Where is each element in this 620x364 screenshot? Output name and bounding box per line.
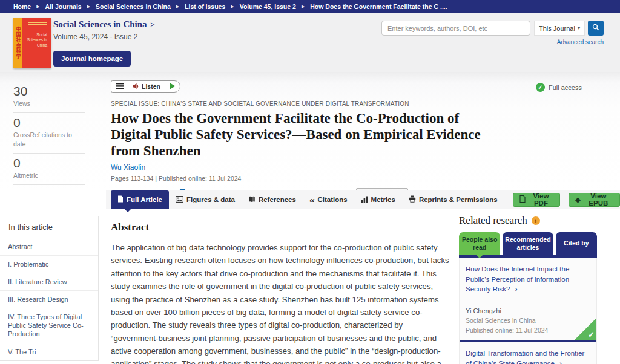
view-epub-label: View EPUB bbox=[584, 192, 613, 207]
related-item: How Does the Internet Impact the Public’… bbox=[460, 258, 596, 340]
advanced-search-link[interactable]: Advanced search bbox=[557, 39, 604, 45]
article-body: Abstract The application of big data tec… bbox=[111, 221, 451, 364]
related-item-meta: Yi Chengzhi Social Sciences in China Pub… bbox=[460, 302, 596, 340]
tab-metrics[interactable]: Metrics bbox=[354, 190, 402, 209]
listen-play-button[interactable] bbox=[165, 81, 180, 92]
tab-cited-by[interactable]: Cited by bbox=[556, 232, 597, 255]
toc-item-literature-review[interactable]: II. Literature Review bbox=[0, 273, 98, 290]
article-title: How Does the Government Facilitate the C… bbox=[111, 110, 498, 159]
related-item-title-link[interactable]: How Does the Internet Impact the Public’… bbox=[460, 258, 596, 302]
breadcrumb-home[interactable]: Home bbox=[13, 3, 31, 10]
listen-button[interactable]: Listen bbox=[128, 81, 165, 92]
related-item-journal: Social Sciences in China bbox=[466, 317, 590, 324]
journal-article-page: Home ▶ All Journals ▶ Social Sciences in… bbox=[0, 0, 620, 364]
related-item-title-link[interactable]: Digital Transformation and the Frontier … bbox=[460, 342, 596, 364]
tab-label: Citations bbox=[317, 196, 347, 203]
breadcrumb-all-journals[interactable]: All Journals bbox=[45, 3, 82, 10]
listen-widget[interactable]: Listen bbox=[111, 80, 180, 93]
tab-reprints-permissions[interactable]: Reprints & Permissions bbox=[402, 190, 504, 209]
image-icon bbox=[176, 196, 183, 204]
info-icon[interactable]: i bbox=[532, 216, 540, 225]
abstract-heading: Abstract bbox=[111, 221, 451, 233]
tab-label: Metrics bbox=[371, 196, 395, 203]
related-item-published: Published online: 11 Jul 2024 bbox=[466, 327, 590, 334]
author-link[interactable]: Wu Xiaolin bbox=[111, 163, 504, 172]
tab-people-also-read[interactable]: People also read bbox=[459, 232, 500, 255]
cover-decoration-line bbox=[28, 24, 47, 25]
tab-label: Reprints & Permissions bbox=[419, 196, 498, 203]
breadcrumb-separator-icon: ▶ bbox=[36, 4, 39, 9]
tab-citations[interactable]: “ Citations bbox=[303, 190, 354, 209]
tab-label: Figures & data bbox=[186, 196, 235, 203]
check-circle-icon: ✓ bbox=[536, 83, 545, 92]
metric-altmetric: 0 Altmetric bbox=[13, 154, 85, 185]
journal-title-link[interactable]: Social Sciences in China > bbox=[53, 19, 155, 30]
speaker-icon bbox=[133, 81, 139, 92]
tab-label: Full Article bbox=[127, 196, 162, 203]
breadcrumb-separator-icon: ▶ bbox=[87, 4, 90, 9]
pdf-document-icon bbox=[519, 195, 526, 204]
search-button[interactable] bbox=[588, 21, 604, 36]
metric-label: Altmetric bbox=[13, 171, 85, 180]
metric-label: Views bbox=[13, 99, 85, 108]
full-access-label: Full access bbox=[549, 84, 582, 91]
epub-diamond-icon: ◈ bbox=[575, 196, 580, 204]
in-this-article-panel: In this article Abstract I. Problematic … bbox=[0, 216, 99, 361]
tab-recommended-articles[interactable]: Recommended articles bbox=[503, 232, 553, 255]
view-epub-button[interactable]: ◈ View EPUB bbox=[569, 193, 620, 207]
search-input[interactable] bbox=[381, 21, 530, 36]
full-access-badge: ✓ Full access bbox=[536, 83, 582, 92]
toc-item-next-section[interactable]: V. The Tri bbox=[0, 343, 98, 360]
metric-value: 0 bbox=[13, 115, 85, 129]
journal-title: Social Sciences in China bbox=[53, 19, 147, 29]
pages-published-line: Pages 113-134 | Published online: 11 Jul… bbox=[111, 175, 504, 182]
related-research-panel: Related research i People also read Reco… bbox=[459, 215, 597, 364]
toc-item-problematic[interactable]: I. Problematic bbox=[0, 255, 98, 273]
search-scope-dropdown[interactable]: This Journal ▾ bbox=[534, 21, 585, 36]
chevron-right-icon: › bbox=[515, 285, 518, 293]
book-icon bbox=[248, 196, 256, 204]
related-tabs: People also read Recommended articles Ci… bbox=[459, 232, 597, 255]
journal-cover-front: Social Sciences in China bbox=[22, 18, 51, 68]
journal-homepage-button[interactable]: Journal homepage bbox=[53, 51, 131, 67]
chevron-right-icon: > bbox=[150, 20, 154, 29]
view-pdf-label: View PDF bbox=[529, 192, 554, 207]
volume-issue-line[interactable]: Volume 45, 2024 - Issue 2 bbox=[53, 33, 155, 41]
toc-item-three-types[interactable]: IV. Three Types of Digital Public Safety… bbox=[0, 308, 98, 342]
printer-icon bbox=[409, 195, 416, 204]
journal-info: Social Sciences in China > Volume 45, 20… bbox=[53, 19, 155, 67]
tab-figures-data[interactable]: Figures & data bbox=[169, 190, 242, 209]
search-scope-value: This Journal bbox=[539, 25, 575, 32]
breadcrumb-article: How Does the Government Facilitate the C… bbox=[310, 3, 447, 10]
metric-label: CrossRef citations to date bbox=[13, 131, 85, 148]
hamburger-icon bbox=[116, 81, 124, 92]
metric-views: 30 Views bbox=[13, 82, 85, 113]
breadcrumb-issue[interactable]: Volume 45, Issue 2 bbox=[240, 3, 296, 10]
chevron-down-icon: ▾ bbox=[578, 25, 580, 31]
search-icon bbox=[592, 24, 599, 33]
view-pdf-button[interactable]: View PDF bbox=[513, 193, 561, 207]
listen-menu-button[interactable] bbox=[111, 81, 128, 92]
document-icon bbox=[117, 195, 124, 204]
breadcrumb-list-of-issues[interactable]: List of Issues bbox=[185, 3, 225, 10]
abstract-text: The application of big data technology p… bbox=[111, 241, 451, 364]
related-item: Digital Transformation and the Frontier … bbox=[460, 342, 596, 364]
journal-cover-spine: 中国社会科学 bbox=[13, 18, 22, 68]
journal-cover-image[interactable]: 中国社会科学 Social Sciences in China bbox=[13, 18, 51, 68]
tab-full-article[interactable]: Full Article bbox=[111, 190, 169, 209]
related-item-title: Digital Transformation and the Frontier … bbox=[466, 349, 584, 364]
toc-item-abstract[interactable]: Abstract bbox=[0, 238, 98, 255]
chevron-right-icon: › bbox=[559, 360, 562, 364]
related-items-list: How Does the Internet Impact the Public’… bbox=[459, 258, 597, 364]
related-research-heading: Related research bbox=[459, 215, 527, 227]
toc-heading: In this article bbox=[0, 216, 98, 238]
search-zone: This Journal ▾ Advanced search bbox=[381, 21, 604, 47]
tab-label: References bbox=[259, 196, 296, 203]
check-icon: ✓ bbox=[588, 330, 595, 339]
breadcrumb-separator-icon: ▶ bbox=[302, 4, 305, 9]
related-item-author: Yi Chengzhi bbox=[466, 307, 590, 314]
cover-title-text: Social Sciences in China bbox=[22, 33, 48, 48]
toc-item-research-design[interactable]: III. Research Design bbox=[0, 290, 98, 308]
tab-references[interactable]: References bbox=[242, 190, 303, 209]
breadcrumb-journal[interactable]: Social Sciences in China bbox=[96, 3, 171, 10]
